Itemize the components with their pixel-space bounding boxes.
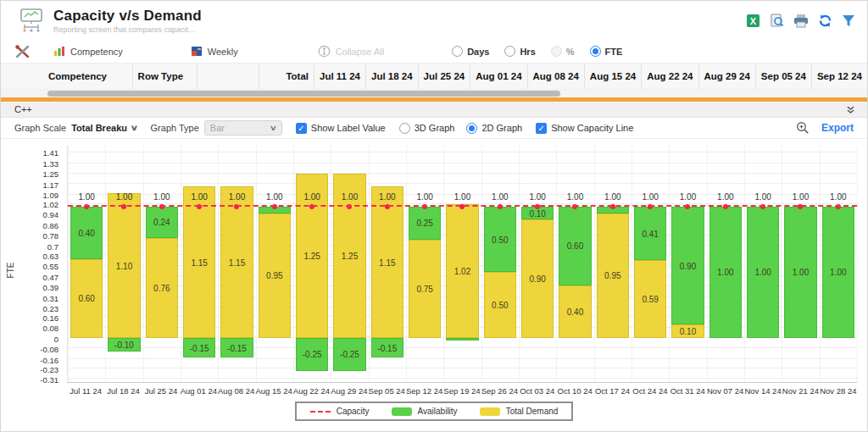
x-tick-label: Aug 08 24 — [218, 386, 255, 396]
bar-column: 1.001.00 — [707, 146, 744, 382]
x-tick-label: Nov 07 24 — [706, 386, 743, 396]
y-tick-label: 1.33 — [43, 158, 59, 168]
x-tick-label: Sep 05 24 — [368, 386, 405, 396]
bar-total-label: 1.00 — [105, 192, 142, 202]
bar-column: 0.600.401.00 — [68, 146, 105, 382]
column-header-date: Aug 15 24 — [584, 64, 641, 89]
column-header-date: Sep 12 24 — [811, 64, 867, 89]
chevron-double-down-icon[interactable] — [846, 105, 855, 114]
y-tick-label: 0.78 — [43, 231, 59, 241]
bar-total-label: 1.00 — [143, 192, 181, 202]
export-button[interactable]: Export — [821, 122, 854, 134]
tools-icon[interactable] — [14, 44, 31, 59]
bar-value-label: 1.25 — [293, 251, 331, 260]
bar-column: 1.15-0.151.00 — [218, 146, 255, 382]
bar-total-label: 1.00 — [744, 192, 782, 202]
bar-total-label: 1.00 — [181, 192, 218, 202]
bar-value-label: 0.90 — [519, 274, 556, 284]
bar-column: 0.951.00 — [256, 146, 293, 382]
unit-radio-days[interactable]: Days — [452, 46, 489, 57]
y-tick-label: 0.39 — [43, 283, 59, 292]
excel-export-icon[interactable]: X — [746, 14, 760, 28]
bar-value-label: 1.00 — [744, 268, 782, 277]
bar-value-label: 1.10 — [105, 261, 142, 270]
x-tick-label: Jul 25 24 — [142, 386, 180, 396]
toolbar-item-label: Weekly — [208, 47, 238, 57]
bar-total-label: 1.00 — [481, 192, 519, 202]
bar-value-label: 0.41 — [632, 229, 669, 238]
x-tick-label: Sep 26 24 — [481, 386, 518, 396]
view-toolbar: Competency Weekly Collapse All DaysHrs%F… — [1, 40, 867, 64]
unit-radio-fte[interactable]: FTE — [590, 46, 623, 57]
unit-radio-hrs[interactable]: Hrs — [504, 46, 535, 57]
graph-3d-radio[interactable]: 3D Graph — [399, 123, 455, 134]
chart-legend: Capacity Availability Total Demand — [295, 402, 574, 421]
y-tick-label: 1.41 — [43, 148, 59, 158]
bar-total-label: 1.00 — [293, 192, 331, 202]
bar-column: 1.25-0.251.00 — [331, 146, 368, 382]
filter-icon[interactable] — [842, 14, 855, 28]
refresh-icon[interactable] — [818, 14, 832, 28]
bar-column: 0.900.101.00 — [519, 146, 556, 382]
bar-value-label: -0.25 — [331, 350, 368, 359]
competency-chart-icon — [53, 46, 65, 57]
x-tick-label: Nov 14 24 — [744, 386, 782, 396]
show-capacity-line-checkbox[interactable]: ✓ Show Capacity Line — [536, 123, 633, 134]
legend-item-total-demand: Total Demand — [480, 407, 559, 416]
bar-column: 1.001.00 — [782, 146, 819, 382]
column-header-date: Aug 29 24 — [698, 64, 755, 89]
bar-total-label: 1.00 — [669, 192, 706, 202]
toolbar-item-collapse-all[interactable]: Collapse All — [318, 45, 384, 58]
radio-checked-icon — [590, 46, 601, 57]
bar-value-label: -0.15 — [218, 343, 255, 352]
bar-value-label: 1.02 — [443, 266, 481, 275]
x-tick-label: Jul 11 24 — [67, 386, 104, 396]
toolbar-item-weekly[interactable]: Weekly — [191, 46, 238, 57]
y-axis-ticks: 1.411.331.251.171.091.020.940.860.780.70… — [26, 146, 62, 383]
column-header-blank — [197, 64, 259, 89]
graph-type-select[interactable]: Bar ∨ — [204, 120, 282, 136]
x-tick-label: Aug 22 24 — [292, 386, 330, 396]
graph-controls: Graph Scale Total Breaku ∨ Graph Type Ba… — [1, 118, 867, 139]
x-tick-label: Aug 01 24 — [180, 386, 217, 396]
column-header-competency: Competency — [1, 64, 132, 89]
bar-value-label: 1.00 — [707, 268, 744, 277]
green-box-swatch — [392, 407, 412, 416]
bar-value-label: -0.15 — [369, 343, 406, 352]
show-label-value-checkbox[interactable]: ✓ Show Label Value — [296, 123, 386, 134]
legend-item-availability: Availability — [392, 407, 458, 416]
x-tick-label: Oct 17 24 — [593, 386, 631, 396]
y-tick-label: 0 — [54, 334, 58, 343]
page-subtitle: Reporting screen that compares capacit..… — [53, 25, 746, 34]
toolbar-item-label: Collapse All — [336, 47, 384, 57]
x-tick-label: Aug 29 24 — [331, 386, 368, 396]
chevron-down-icon: ∨ — [270, 124, 277, 132]
print-icon[interactable] — [793, 14, 809, 28]
bar-value-label: -0.15 — [181, 343, 218, 352]
preview-icon[interactable] — [770, 14, 784, 28]
bar-value-label: -0.10 — [105, 340, 142, 349]
y-tick-label: -0.16 — [40, 355, 58, 364]
graph-scale-select[interactable]: Total Breaku ∨ — [71, 123, 136, 133]
y-tick-label: 0.94 — [43, 210, 59, 219]
capacity-vs-demand-page: Capacity v/s Demand Reporting screen tha… — [0, 0, 868, 432]
group-row-cpp[interactable]: C++ — [1, 102, 867, 118]
unit-radio-group: DaysHrs%FTE — [452, 46, 622, 57]
column-header-date: Jul 11 24 — [314, 64, 365, 89]
zoom-in-icon[interactable] — [796, 121, 810, 135]
unit-radio-percent[interactable]: % — [551, 46, 575, 57]
bar-value-label: 1.00 — [782, 268, 819, 277]
radio-icon — [452, 46, 463, 57]
bar-total-label: 1.00 — [218, 192, 255, 202]
bar-value-label: 0.25 — [406, 219, 443, 228]
horizontal-scrollbar-thumb[interactable] — [47, 91, 560, 97]
radio-icon — [551, 46, 562, 57]
x-tick-label: Oct 10 24 — [556, 386, 593, 396]
y-tick-label: 1.09 — [43, 190, 59, 199]
graph-2d-radio[interactable]: 2D Graph — [466, 123, 522, 134]
bar-value-label: 0.90 — [669, 261, 706, 270]
chevron-down-icon: ∨ — [131, 124, 138, 132]
toolbar-item-competency[interactable]: Competency — [53, 46, 123, 57]
graph-type-label: Graph Type — [151, 123, 199, 133]
y-tick-label: 1.25 — [43, 169, 59, 179]
